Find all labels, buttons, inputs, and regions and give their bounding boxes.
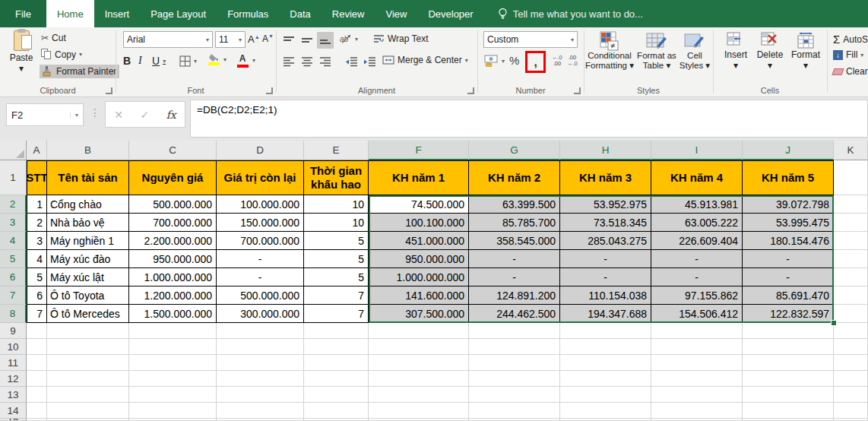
cell-H10[interactable] bbox=[560, 339, 651, 355]
cell-K7[interactable] bbox=[834, 286, 868, 305]
cell-D5[interactable]: - bbox=[217, 250, 304, 268]
cell-J8[interactable]: 122.832.597 bbox=[743, 305, 834, 323]
cell-G14[interactable] bbox=[469, 403, 560, 419]
tell-me-box[interactable]: Tell me what you want to do... bbox=[498, 0, 643, 27]
cell-H11[interactable] bbox=[560, 355, 651, 371]
row-header-14[interactable]: 14 bbox=[0, 403, 27, 419]
cell-E3[interactable]: 10 bbox=[304, 214, 369, 232]
cell-C6[interactable]: 1.000.000.000 bbox=[129, 268, 217, 286]
cell-E4[interactable]: 5 bbox=[304, 232, 369, 250]
paste-button[interactable]: Paste ▾ bbox=[5, 30, 38, 74]
cell-H2[interactable]: 53.952.975 bbox=[560, 195, 651, 214]
column-header-D[interactable]: D bbox=[217, 141, 304, 160]
percent-style-button[interactable]: % bbox=[509, 54, 519, 67]
row-header-12[interactable]: 12 bbox=[0, 371, 27, 387]
decrease-indent-button[interactable] bbox=[343, 53, 360, 70]
cell-F10[interactable] bbox=[369, 339, 469, 355]
cell-G2[interactable]: 63.399.500 bbox=[469, 195, 560, 214]
cell-D12[interactable] bbox=[217, 371, 304, 387]
cell-D9[interactable] bbox=[217, 323, 304, 339]
cell-C13[interactable] bbox=[129, 387, 217, 403]
align-right-button[interactable] bbox=[317, 53, 334, 70]
row-header-2[interactable]: 2 bbox=[0, 195, 27, 214]
cell-J4[interactable]: 180.154.476 bbox=[743, 232, 834, 250]
cell-B10[interactable] bbox=[47, 339, 129, 355]
cell-F2[interactable]: 74.500.000 bbox=[369, 195, 469, 214]
cell-H12[interactable] bbox=[560, 371, 651, 387]
cell-H7[interactable]: 110.154.038 bbox=[560, 286, 651, 305]
cancel-icon[interactable]: ✕ bbox=[114, 109, 123, 121]
cell-K1[interactable] bbox=[834, 160, 868, 195]
cell-D6[interactable]: - bbox=[217, 268, 304, 286]
cell-H4[interactable]: 285.043.275 bbox=[560, 232, 651, 250]
cell-K8[interactable] bbox=[834, 305, 868, 323]
conditional-formatting-button[interactable]: ≠ Conditional Formatting ▾ bbox=[585, 31, 634, 71]
cell-D8[interactable]: 300.000.000 bbox=[217, 305, 304, 323]
decrease-decimal-button[interactable]: .00 →.0 bbox=[567, 55, 578, 68]
column-header-G[interactable]: G bbox=[469, 141, 560, 160]
column-header-E[interactable]: E bbox=[304, 141, 369, 160]
cell-I12[interactable] bbox=[651, 371, 743, 387]
cell-A13[interactable] bbox=[27, 387, 47, 403]
cell-C10[interactable] bbox=[129, 339, 217, 355]
cell-F5[interactable]: 950.000.000 bbox=[369, 250, 469, 268]
cell-C14[interactable] bbox=[129, 403, 217, 419]
cell-B6[interactable]: Máy xúc lật bbox=[47, 268, 129, 286]
cell-B7[interactable]: Ô tô Toyota bbox=[47, 286, 129, 305]
cell-E5[interactable]: 5 bbox=[304, 250, 369, 268]
cut-button[interactable]: ✂ Cut bbox=[41, 33, 66, 43]
cell-A12[interactable] bbox=[27, 371, 47, 387]
bold-button[interactable]: B bbox=[123, 55, 131, 67]
cell-C5[interactable]: 950.000.000 bbox=[129, 250, 217, 268]
cell-B4[interactable]: Máy nghiền 1 bbox=[47, 232, 129, 250]
cell-E12[interactable] bbox=[304, 371, 369, 387]
column-header-H[interactable]: H bbox=[560, 141, 651, 160]
cell-D3[interactable]: 150.000.000 bbox=[217, 214, 304, 232]
increase-decimal-button[interactable]: ←.0 .00 bbox=[552, 55, 562, 68]
row-header-3[interactable]: 3 bbox=[0, 214, 27, 232]
cell-J10[interactable] bbox=[743, 339, 834, 355]
cell-G3[interactable]: 85.785.700 bbox=[469, 214, 560, 232]
alignment-dialog-launcher-icon[interactable] bbox=[467, 87, 474, 94]
font-dialog-launcher-icon[interactable] bbox=[266, 87, 273, 94]
cell-H6[interactable]: - bbox=[560, 268, 651, 286]
cell-B14[interactable] bbox=[47, 403, 129, 419]
cell-H8[interactable]: 194.347.688 bbox=[560, 305, 651, 323]
column-header-C[interactable]: C bbox=[129, 141, 217, 160]
formula-input[interactable]: =DB(C2;D2;E2;1) bbox=[190, 100, 868, 138]
row-header-4[interactable]: 4 bbox=[0, 232, 27, 250]
cell-J5[interactable]: - bbox=[743, 250, 834, 268]
comma-style-icon[interactable]: , bbox=[534, 55, 537, 70]
cell-I3[interactable]: 63.005.222 bbox=[651, 214, 743, 232]
number-format-combo[interactable]: Custom▾ bbox=[483, 31, 578, 48]
cell-D4[interactable]: 700.000.000 bbox=[217, 232, 304, 250]
tab-file[interactable]: File bbox=[0, 0, 46, 27]
tab-view[interactable]: View bbox=[375, 0, 417, 27]
font-size-combo[interactable]: 11▾ bbox=[215, 31, 246, 48]
font-color-button[interactable]: A ▾ bbox=[236, 53, 255, 68]
column-header-K[interactable]: K bbox=[834, 141, 868, 160]
insert-cells-button[interactable]: Insert▾ bbox=[721, 32, 751, 71]
cell-G11[interactable] bbox=[469, 355, 560, 371]
cell-A6[interactable]: 5 bbox=[27, 268, 47, 286]
cell-E9[interactable] bbox=[304, 323, 369, 339]
tab-review[interactable]: Review bbox=[322, 0, 375, 27]
cell-F14[interactable] bbox=[369, 403, 469, 419]
cell-J14[interactable] bbox=[743, 403, 834, 419]
cell-E13[interactable] bbox=[304, 387, 369, 403]
merge-center-button[interactable]: Merge & Center▾ bbox=[382, 55, 468, 65]
format-cells-button[interactable]: Format▾ bbox=[789, 32, 822, 71]
cell-J2[interactable]: 39.072.798 bbox=[743, 195, 834, 214]
fill-handle[interactable] bbox=[831, 320, 837, 326]
cell-K11[interactable] bbox=[834, 355, 868, 371]
cell-C9[interactable] bbox=[129, 323, 217, 339]
select-all-corner[interactable] bbox=[0, 141, 27, 160]
column-header-I[interactable]: I bbox=[651, 141, 743, 160]
autosum-button[interactable]: Σ AutoSum bbox=[833, 33, 868, 46]
cell-F3[interactable]: 100.100.000 bbox=[369, 214, 469, 232]
row-header-5[interactable]: 5 bbox=[0, 250, 27, 268]
cell-A2[interactable]: 1 bbox=[27, 195, 47, 214]
cell-I4[interactable]: 226.609.404 bbox=[651, 232, 743, 250]
font-name-combo[interactable]: Arial▾ bbox=[123, 31, 213, 48]
row-header-7[interactable]: 7 bbox=[0, 286, 27, 305]
